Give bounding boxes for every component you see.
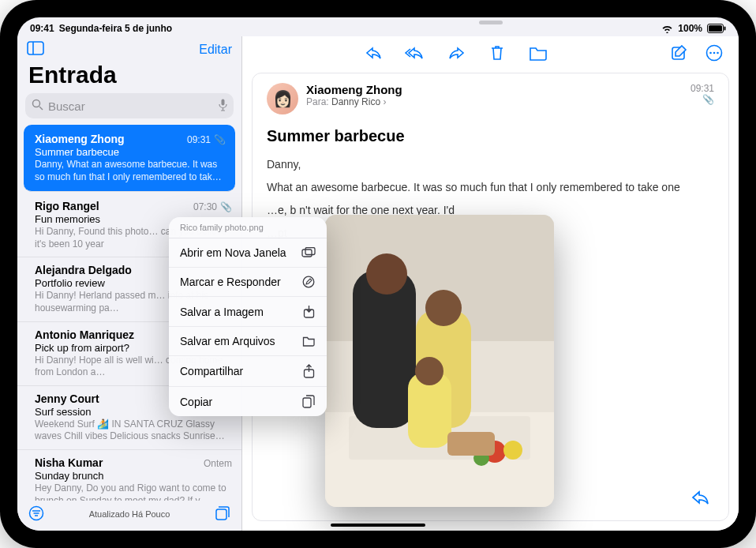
- reply-all-icon[interactable]: [402, 41, 429, 65]
- mail-subject: Summer barbecue: [267, 127, 714, 145]
- menu-markup-reply[interactable]: Marcar e Responder: [169, 268, 327, 297]
- menu-share[interactable]: Compartilhar: [169, 356, 327, 387]
- svg-point-15: [709, 52, 712, 54]
- menu-save-image[interactable]: Salvar a Imagem: [169, 297, 327, 327]
- multitask-handle[interactable]: [479, 21, 503, 24]
- svg-point-17: [717, 52, 719, 54]
- msg-sender: Jenny Court: [35, 392, 99, 405]
- svg-rect-32: [302, 250, 312, 257]
- svg-point-29: [503, 441, 522, 460]
- more-icon[interactable]: [701, 41, 728, 65]
- share-icon: [301, 364, 316, 378]
- svg-rect-3: [28, 42, 43, 54]
- mail-greeting: Danny,: [267, 156, 714, 173]
- menu-label: Salvar em Arquivos: [180, 335, 275, 347]
- status-bar: 09:41 Segunda-feira 5 de junho 100%: [17, 17, 739, 36]
- chevron-right-icon: ›: [383, 96, 386, 107]
- menu-label: Marcar e Responder: [180, 276, 281, 288]
- attachment-icon: 📎: [220, 201, 232, 212]
- svg-rect-12: [216, 509, 226, 520]
- msg-sender: Alejandra Delgado: [35, 264, 132, 276]
- search-placeholder: Buscar: [48, 99, 85, 113]
- svg-point-34: [303, 276, 314, 287]
- menu-copy[interactable]: Copiar: [169, 387, 327, 416]
- msg-time: Ontem: [204, 458, 232, 469]
- sidebar-toggle-icon[interactable]: [27, 41, 44, 58]
- msg-sender: Nisha Kumar: [35, 456, 103, 469]
- context-menu-filename: Rico family photo.png: [169, 217, 327, 238]
- svg-rect-31: [447, 432, 495, 456]
- search-input[interactable]: Buscar: [25, 93, 234, 118]
- menu-save-files[interactable]: Salvar em Arquivos: [169, 327, 327, 356]
- attachment-preview[interactable]: [325, 215, 554, 507]
- svg-rect-1: [709, 25, 722, 32]
- move-folder-icon[interactable]: [525, 41, 552, 65]
- message-item[interactable]: Xiaomeng Zhong 09:31 📎 Summer barbecue D…: [24, 125, 235, 192]
- context-menu: Rico family photo.png Abrir em Nova Jane…: [169, 217, 327, 416]
- svg-rect-2: [724, 27, 726, 31]
- reply-icon[interactable]: [361, 41, 387, 65]
- msg-preview: Danny, What an awesome barbecue. It was …: [35, 159, 226, 183]
- svg-rect-37: [303, 398, 311, 407]
- attachment-icon: 📎: [214, 134, 226, 145]
- msg-sender: Antonio Manriquez: [35, 328, 134, 341]
- menu-label: Abrir em Nova Janela: [180, 246, 286, 259]
- svg-point-23: [366, 253, 407, 295]
- svg-rect-7: [222, 99, 225, 105]
- mic-icon[interactable]: [219, 99, 227, 114]
- svg-point-5: [33, 100, 40, 107]
- mail-body-line: What an awesome barbecue. It was so much…: [267, 179, 714, 196]
- filter-icon[interactable]: [28, 505, 44, 523]
- edit-button[interactable]: Editar: [199, 43, 232, 57]
- msg-sender: Rigo Rangel: [35, 200, 99, 212]
- msg-time: 07:30: [193, 201, 217, 212]
- menu-label: Salvar a Imagem: [180, 306, 264, 318]
- svg-point-16: [713, 52, 716, 54]
- mail-from[interactable]: Xiaomeng Zhong: [306, 83, 402, 96]
- msg-sender: Xiaomeng Zhong: [35, 133, 125, 145]
- mail-to[interactable]: Para: Danny Rico ›: [306, 96, 402, 107]
- svg-line-6: [39, 107, 43, 110]
- svg-rect-33: [305, 248, 315, 255]
- mail-time: 09:31: [691, 83, 714, 94]
- svg-point-27: [415, 357, 443, 385]
- msg-subject: Sunday brunch: [35, 470, 232, 482]
- menu-label: Compartilhar: [180, 365, 243, 377]
- msg-subject: Summer barbecue: [35, 146, 226, 158]
- save-image-icon: [301, 305, 316, 318]
- avatar[interactable]: 👩🏻: [267, 83, 298, 114]
- svg-point-25: [425, 290, 462, 326]
- battery-icon: [707, 24, 726, 33]
- battery-percent: 100%: [678, 23, 702, 34]
- menu-label: Copiar: [180, 396, 212, 408]
- msg-preview: Weekend Surf 🏄 IN SANTA CRUZ Glassy wave…: [35, 419, 232, 443]
- compose-icon[interactable]: [666, 41, 693, 65]
- status-date: Segunda-feira 5 de junho: [59, 23, 172, 34]
- quick-reply-icon[interactable]: [691, 489, 711, 509]
- status-time: 09:41: [30, 23, 54, 34]
- forward-icon[interactable]: [443, 41, 470, 65]
- message-item[interactable]: Nisha Kumar Ontem Sunday brunch Hey Dann…: [17, 450, 241, 501]
- home-indicator[interactable]: [331, 524, 425, 527]
- compose-stack-icon[interactable]: [215, 505, 230, 523]
- wifi-icon: [661, 24, 673, 33]
- search-icon: [32, 99, 43, 113]
- attachment-icon: 📎: [691, 94, 714, 105]
- toolbar: [242, 36, 739, 68]
- open-window-icon: [301, 247, 316, 258]
- msg-time: 09:31: [187, 134, 211, 145]
- mailbox-title: Entrada: [17, 58, 241, 93]
- menu-open-new-window[interactable]: Abrir em Nova Janela: [169, 238, 327, 268]
- trash-icon[interactable]: [484, 41, 511, 65]
- updated-label: Atualizado Há Pouco: [89, 509, 170, 519]
- copy-icon: [301, 395, 316, 408]
- markup-icon: [301, 276, 316, 288]
- folder-icon: [301, 336, 316, 347]
- screen: 09:41 Segunda-feira 5 de junho 100%: [17, 17, 739, 531]
- msg-preview: Hey Danny, Do you and Rigo want to come …: [35, 482, 232, 501]
- ipad-frame: 09:41 Segunda-feira 5 de junho 100%: [0, 0, 756, 548]
